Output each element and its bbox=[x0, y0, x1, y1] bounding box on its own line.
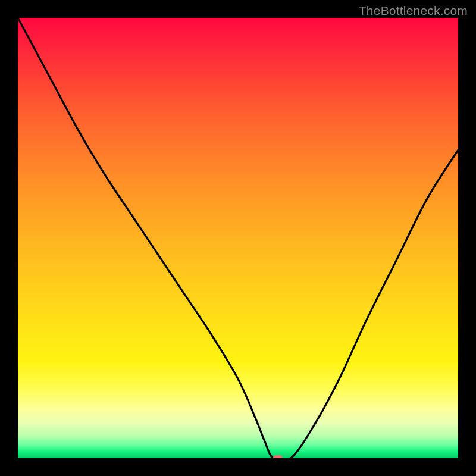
curve-svg bbox=[18, 18, 458, 458]
plot-area bbox=[18, 18, 458, 458]
optimal-point-marker bbox=[273, 455, 283, 458]
chart-frame: TheBottleneck.com bbox=[0, 0, 476, 476]
watermark-text: TheBottleneck.com bbox=[359, 4, 468, 18]
bottleneck-curve bbox=[18, 18, 458, 458]
